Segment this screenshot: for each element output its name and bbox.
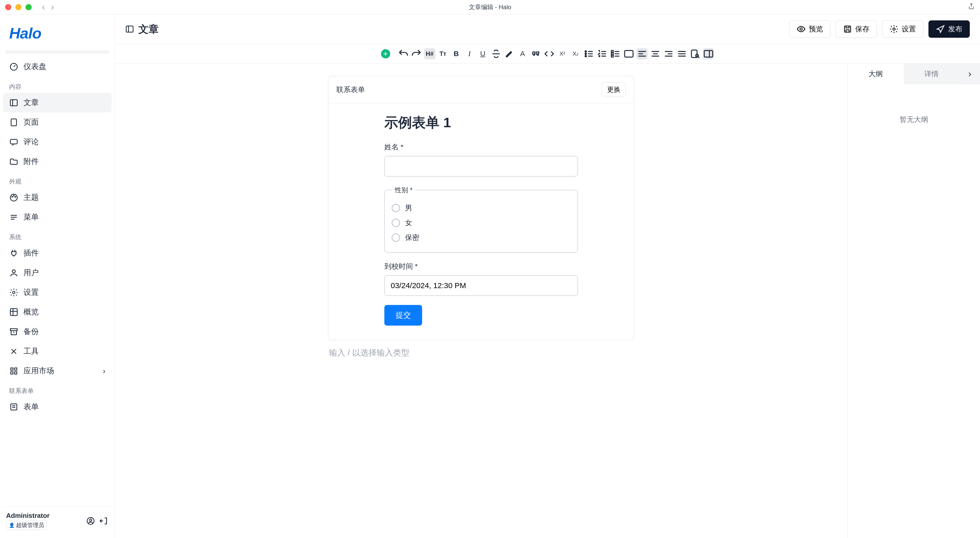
chevron-right-icon: › bbox=[103, 367, 105, 375]
window-title: 文章编辑 - Halo bbox=[469, 3, 511, 11]
sidebar-item-menus[interactable]: 菜单 bbox=[3, 207, 111, 227]
sidebar-item-themes[interactable]: 主题 bbox=[3, 188, 111, 207]
strikethrough-button[interactable] bbox=[490, 48, 502, 59]
layout-icon bbox=[9, 98, 18, 107]
arrival-input[interactable] bbox=[384, 275, 578, 296]
logo[interactable]: Halo bbox=[3, 21, 111, 50]
user-icon bbox=[9, 268, 18, 278]
close-window-button[interactable] bbox=[5, 4, 11, 10]
page-title: 文章 bbox=[125, 22, 159, 36]
font-color-button[interactable]: A bbox=[517, 48, 528, 59]
italic-button[interactable]: I bbox=[464, 48, 475, 59]
text-case-button[interactable]: Tт bbox=[438, 48, 449, 59]
svg-point-18 bbox=[89, 519, 92, 521]
sidebar-item-dashboard[interactable]: 仪表盘 bbox=[3, 57, 111, 76]
plug-icon bbox=[9, 249, 18, 258]
sidebar-item-settings[interactable]: 设置 bbox=[3, 282, 111, 302]
sidebar-item-tools[interactable]: 工具 bbox=[3, 341, 111, 361]
sidebar-item-label: 仪表盘 bbox=[24, 62, 46, 72]
bullet-list-button[interactable] bbox=[584, 48, 595, 59]
svg-rect-1 bbox=[11, 100, 18, 106]
svg-rect-26 bbox=[611, 51, 613, 52]
svg-rect-28 bbox=[611, 56, 613, 57]
tab-outline[interactable]: 大纲 bbox=[848, 64, 904, 84]
redo-button[interactable] bbox=[411, 48, 422, 59]
quote-button[interactable] bbox=[530, 48, 542, 59]
align-center-button[interactable] bbox=[650, 48, 661, 59]
ordered-list-button[interactable] bbox=[597, 48, 608, 59]
svg-point-25 bbox=[585, 56, 587, 57]
sidebar-item-market[interactable]: 应用市场 › bbox=[3, 361, 111, 381]
align-left-button[interactable] bbox=[636, 48, 648, 59]
sidebar-section-content: 内容 bbox=[3, 76, 111, 93]
sidebar-item-label: 附件 bbox=[24, 156, 39, 167]
submit-button[interactable]: 提交 bbox=[384, 305, 422, 325]
nav-back-button[interactable]: ‹ bbox=[42, 2, 45, 13]
undo-button[interactable] bbox=[398, 48, 409, 59]
sidebar-item-backup[interactable]: 备份 bbox=[3, 322, 111, 341]
save-button[interactable]: 保存 bbox=[835, 21, 877, 38]
sidebar-item-attachments[interactable]: 附件 bbox=[3, 152, 111, 171]
svg-point-5 bbox=[12, 196, 13, 197]
minimize-window-button[interactable] bbox=[15, 4, 21, 10]
form-icon bbox=[9, 402, 18, 411]
maximize-window-button[interactable] bbox=[25, 4, 32, 10]
editor-canvas[interactable]: 联系表单 更换 示例表单 1 姓名 * 性别 * 男 bbox=[115, 64, 847, 538]
settings-button[interactable]: 设置 bbox=[882, 21, 923, 38]
task-list-button[interactable] bbox=[610, 48, 621, 59]
heading-button[interactable]: H# bbox=[424, 48, 435, 59]
account-icon[interactable] bbox=[86, 516, 95, 525]
send-icon bbox=[936, 24, 945, 34]
sidebar-item-label: 评论 bbox=[24, 136, 39, 147]
sidebar-item-forms[interactable]: 表单 bbox=[3, 397, 111, 417]
window-titlebar: ‹ › 文章编辑 - Halo bbox=[0, 0, 980, 14]
name-label: 姓名 * bbox=[384, 142, 578, 152]
tab-details[interactable]: 详情 bbox=[904, 64, 960, 84]
align-right-button[interactable] bbox=[663, 48, 674, 59]
change-form-button[interactable]: 更换 bbox=[602, 83, 626, 97]
bold-button[interactable]: B bbox=[451, 48, 462, 59]
sidebar-item-label: 概览 bbox=[24, 307, 39, 317]
user-small-icon: 👤 bbox=[9, 522, 14, 528]
sidebar-item-plugins[interactable]: 插件 bbox=[3, 243, 111, 263]
underline-button[interactable]: U bbox=[477, 48, 488, 59]
collapse-panel-button[interactable]: › bbox=[959, 64, 980, 84]
editor-placeholder[interactable]: 输入 / 以选择输入类型 bbox=[328, 340, 634, 366]
highlight-button[interactable] bbox=[504, 48, 515, 59]
svg-rect-2 bbox=[11, 119, 17, 126]
svg-rect-32 bbox=[704, 51, 713, 57]
traffic-lights bbox=[5, 4, 32, 10]
preview-button[interactable]: 预览 bbox=[789, 21, 830, 38]
gender-option-secret[interactable]: 保密 bbox=[392, 230, 570, 245]
sidebar-item-label: 主题 bbox=[24, 192, 39, 203]
sidebar-item-pages[interactable]: 页面 bbox=[3, 113, 111, 132]
share-icon[interactable] bbox=[968, 3, 975, 11]
sidebar-item-posts[interactable]: 文章 bbox=[3, 93, 111, 113]
sidebar-item-comments[interactable]: 评论 bbox=[3, 132, 111, 152]
toggle-panel-button[interactable] bbox=[703, 48, 714, 59]
svg-point-9 bbox=[13, 291, 15, 294]
publish-button[interactable]: 发布 bbox=[928, 21, 970, 38]
add-block-button[interactable]: + bbox=[381, 49, 390, 59]
nav-forward-button[interactable]: › bbox=[51, 2, 54, 13]
arrival-label: 到校时间 * bbox=[384, 262, 578, 271]
gender-option-female[interactable]: 女 bbox=[392, 216, 570, 230]
subscript-button[interactable]: X₂ bbox=[570, 48, 581, 59]
align-justify-button[interactable] bbox=[676, 48, 687, 59]
folder-icon bbox=[9, 157, 18, 166]
sidebar-item-overview[interactable]: 概览 bbox=[3, 302, 111, 322]
gender-option-male[interactable]: 男 bbox=[392, 201, 570, 216]
logout-icon[interactable] bbox=[99, 516, 108, 525]
name-input[interactable] bbox=[384, 156, 578, 176]
search-in-doc-button[interactable] bbox=[690, 48, 701, 59]
superscript-button[interactable]: X² bbox=[557, 48, 568, 59]
svg-rect-10 bbox=[11, 308, 18, 316]
code-block-button[interactable] bbox=[623, 48, 635, 59]
comment-icon bbox=[9, 137, 18, 147]
sidebar-item-users[interactable]: 用户 bbox=[3, 263, 111, 282]
sidebar-section-contact-form: 联系表单 bbox=[3, 381, 111, 397]
form-block[interactable]: 联系表单 更换 示例表单 1 姓名 * 性别 * 男 bbox=[328, 76, 634, 340]
code-button[interactable] bbox=[544, 48, 555, 59]
gear-icon bbox=[9, 288, 18, 297]
sidebar-item-label: 设置 bbox=[24, 287, 39, 298]
